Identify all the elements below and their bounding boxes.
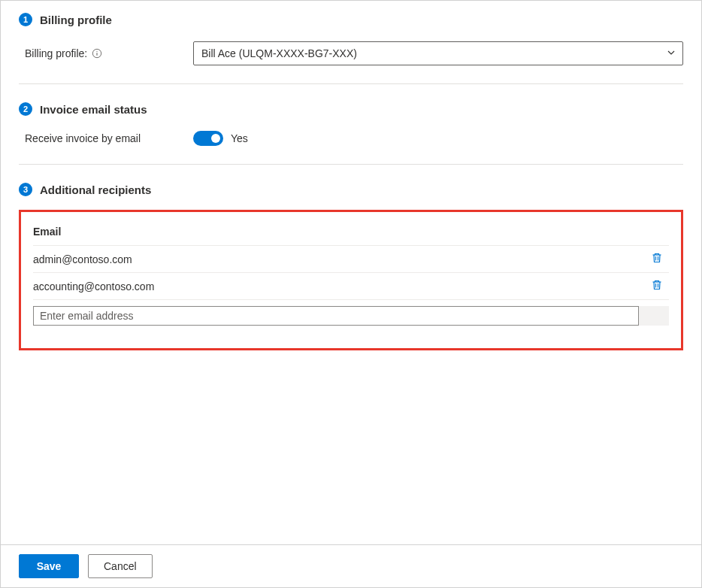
section-header: 3 Additional recipients: [19, 183, 683, 196]
divider: [19, 83, 683, 84]
billing-profile-field: Billing profile: Bill Ace (ULQM-XXXX-BG7…: [19, 41, 683, 65]
billing-profile-selected-value: Bill Ace (ULQM-XXXX-BG7-XXX): [201, 47, 357, 59]
toggle-status-text: Yes: [231, 132, 248, 144]
section-header: 2 Invoice email status: [19, 102, 683, 116]
info-icon[interactable]: [92, 48, 102, 59]
divider: [19, 164, 683, 165]
add-recipient-row: [33, 306, 669, 326]
invoice-email-status-section: 2 Invoice email status Receive invoice b…: [19, 102, 683, 164]
billing-profile-section: 1 Billing profile Billing profile: Bill …: [19, 13, 683, 83]
recipient-row: admin@contoso.com: [33, 246, 669, 273]
toggle-container: Yes: [193, 131, 248, 146]
cancel-button[interactable]: Cancel: [88, 554, 153, 578]
trash-icon: [651, 252, 663, 266]
recipient-email: accounting@contoso.com: [33, 280, 154, 292]
save-button[interactable]: Save: [19, 554, 79, 578]
recipient-email: admin@contoso.com: [33, 253, 132, 265]
billing-profile-select-wrapper: Bill Ace (ULQM-XXXX-BG7-XXX): [193, 41, 683, 65]
billing-profile-select[interactable]: Bill Ace (ULQM-XXXX-BG7-XXX): [193, 41, 683, 65]
step-badge: 2: [19, 102, 32, 116]
footer: Save Cancel: [1, 544, 701, 587]
receive-invoice-field: Receive invoice by email Yes: [19, 131, 683, 146]
svg-point-2: [97, 51, 98, 52]
billing-profile-label: Billing profile:: [25, 47, 87, 59]
step-badge: 3: [19, 183, 32, 196]
section-title: Billing profile: [40, 14, 112, 26]
recipient-email-input[interactable]: [33, 306, 639, 326]
field-label-container: Billing profile:: [25, 47, 193, 59]
section-title: Additional recipients: [40, 183, 151, 196]
delete-recipient-button[interactable]: [645, 274, 669, 299]
recipients-highlighted-box: Email admin@contoso.com: [19, 210, 683, 350]
section-header: 1 Billing profile: [19, 13, 683, 26]
receive-invoice-label: Receive invoice by email: [25, 132, 193, 144]
trash-icon: [651, 279, 663, 293]
recipient-row: accounting@contoso.com: [33, 273, 669, 300]
step-badge: 1: [19, 13, 32, 26]
section-title: Invoice email status: [40, 103, 147, 116]
receive-invoice-toggle[interactable]: [193, 131, 223, 146]
toggle-thumb: [211, 134, 220, 143]
delete-recipient-button[interactable]: [645, 247, 669, 271]
recipients-column-header: Email: [33, 226, 669, 246]
additional-recipients-section: 3 Additional recipients Email admin@cont…: [19, 183, 683, 350]
